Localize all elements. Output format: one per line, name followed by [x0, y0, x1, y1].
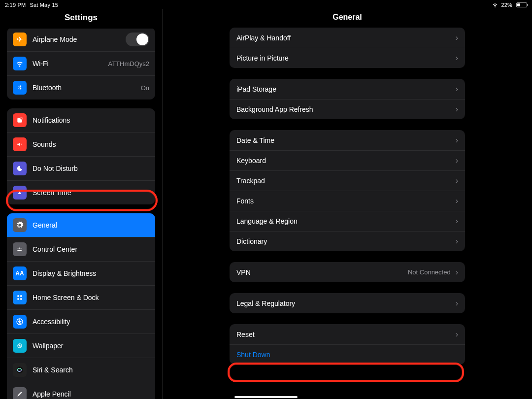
- row-fonts[interactable]: Fonts ›: [230, 191, 465, 211]
- accessibility-icon: [13, 315, 27, 329]
- grid-icon: [13, 291, 27, 304]
- wifi-icon: [13, 57, 27, 70]
- sidebar-item-display-brightness[interactable]: AA Display & Brightness: [7, 261, 155, 285]
- notifications-icon: [13, 113, 27, 127]
- settings-sidebar: Settings ✈ Airplane Mode Wi-Fi ATTHmDQys…: [0, 9, 163, 399]
- row-language-region[interactable]: Language & Region ›: [230, 211, 465, 231]
- sidebar-item-wifi[interactable]: Wi-Fi ATTHmDQys2: [7, 51, 155, 75]
- detail-title: General: [163, 9, 532, 28]
- chevron-right-icon: ›: [456, 105, 458, 114]
- chevron-right-icon: ›: [456, 237, 458, 246]
- svg-rect-7: [20, 298, 22, 300]
- siri-icon: [13, 363, 27, 377]
- svg-point-3: [20, 250, 21, 251]
- sliders-icon: [13, 242, 27, 256]
- sidebar-item-apple-pencil[interactable]: Apple Pencil: [7, 382, 155, 399]
- sidebar-item-notifications[interactable]: Notifications: [7, 108, 155, 132]
- wifi-value: ATTHmDQys2: [108, 60, 149, 67]
- chevron-right-icon: ›: [456, 156, 458, 165]
- svg-point-9: [19, 319, 21, 321]
- svg-rect-6: [17, 298, 19, 300]
- wallpaper-icon: [13, 339, 27, 353]
- sidebar-item-control-center[interactable]: Control Center: [7, 237, 155, 261]
- svg-point-2: [19, 248, 20, 249]
- status-date: Sat May 15: [30, 2, 58, 8]
- chevron-right-icon: ›: [456, 176, 458, 185]
- home-indicator[interactable]: [234, 396, 298, 398]
- sidebar-item-screen-time[interactable]: Screen Time: [7, 180, 155, 204]
- wifi-icon: [492, 2, 498, 8]
- chevron-right-icon: ›: [456, 197, 458, 205]
- row-dictionary[interactable]: Dictionary ›: [230, 231, 465, 251]
- sidebar-title: Settings: [0, 9, 162, 29]
- row-legal-regulatory[interactable]: Legal & Regulatory ›: [230, 293, 465, 313]
- bluetooth-value: On: [141, 84, 149, 92]
- chevron-right-icon: ›: [456, 268, 458, 277]
- bluetooth-icon: [13, 81, 27, 95]
- svg-rect-5: [20, 295, 22, 297]
- row-trackpad[interactable]: Trackpad ›: [230, 170, 465, 191]
- chevron-right-icon: ›: [456, 217, 458, 226]
- row-background-app-refresh[interactable]: Background App Refresh ›: [230, 99, 465, 119]
- airplane-icon: ✈: [13, 33, 27, 46]
- airplane-toggle[interactable]: [126, 33, 149, 46]
- moon-icon: [13, 162, 27, 175]
- sidebar-item-general[interactable]: General: [7, 213, 155, 237]
- chevron-right-icon: ›: [456, 54, 458, 63]
- hourglass-icon: [13, 186, 27, 200]
- row-shut-down[interactable]: Shut Down: [230, 344, 465, 365]
- sidebar-item-airplane-mode[interactable]: ✈ Airplane Mode: [7, 29, 155, 51]
- chevron-right-icon: ›: [456, 330, 458, 339]
- row-vpn[interactable]: VPN Not Connected ›: [230, 262, 465, 282]
- row-ipad-storage[interactable]: iPad Storage ›: [230, 79, 465, 99]
- row-keyboard[interactable]: Keyboard ›: [230, 150, 465, 170]
- status-battery-pct: 22%: [501, 2, 512, 8]
- sidebar-item-bluetooth[interactable]: Bluetooth On: [7, 75, 155, 100]
- status-time: 2:19 PM: [5, 2, 26, 8]
- row-picture-in-picture[interactable]: Picture in Picture ›: [230, 48, 465, 68]
- sidebar-item-accessibility[interactable]: Accessibility: [7, 309, 155, 333]
- text-size-icon: AA: [13, 266, 27, 280]
- sidebar-item-home-screen-dock[interactable]: Home Screen & Dock: [7, 285, 155, 309]
- svg-rect-4: [17, 295, 19, 297]
- sidebar-item-siri[interactable]: Siri & Search: [7, 358, 155, 382]
- battery-icon: [516, 2, 527, 7]
- chevron-right-icon: ›: [456, 33, 458, 42]
- svg-point-1: [20, 117, 23, 120]
- sidebar-item-sounds[interactable]: Sounds: [7, 132, 155, 156]
- sidebar-item-wallpaper[interactable]: Wallpaper: [7, 333, 155, 358]
- status-bar: 2:19 PM Sat May 15 22%: [0, 0, 532, 9]
- chevron-right-icon: ›: [456, 85, 458, 94]
- sidebar-item-dnd[interactable]: Do Not Disturb: [7, 156, 155, 180]
- row-airplay-handoff[interactable]: AirPlay & Handoff ›: [230, 28, 465, 48]
- detail-pane: General AirPlay & Handoff › Picture in P…: [163, 9, 532, 399]
- chevron-right-icon: ›: [456, 299, 458, 308]
- vpn-value: Not Connected: [408, 268, 451, 276]
- row-date-time[interactable]: Date & Time ›: [230, 130, 465, 150]
- pencil-icon: [13, 387, 27, 399]
- chevron-right-icon: ›: [456, 136, 458, 145]
- row-reset[interactable]: Reset ›: [230, 324, 465, 344]
- sounds-icon: [13, 137, 27, 151]
- gear-icon: [13, 218, 27, 232]
